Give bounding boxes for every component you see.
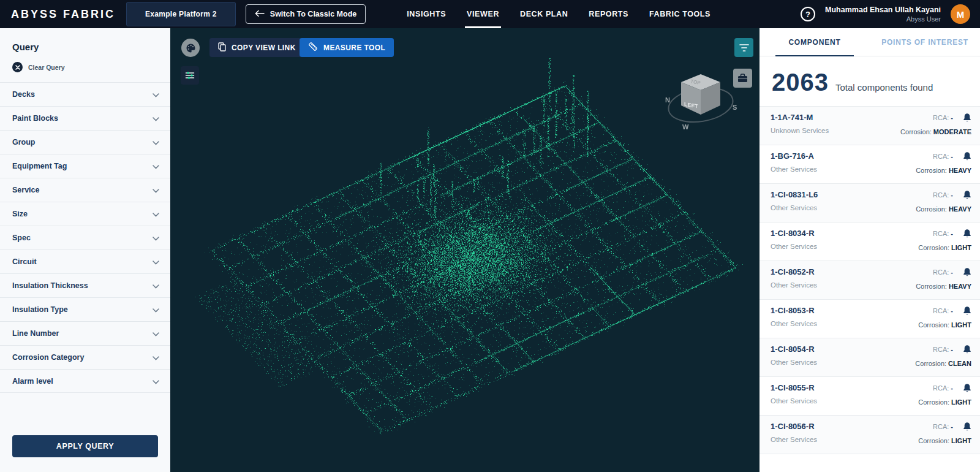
results-tab[interactable]: POINTS OF INTEREST bbox=[870, 28, 980, 56]
chevron-down-icon bbox=[153, 304, 159, 315]
nav-item[interactable]: FABRIC TOOLS bbox=[639, 0, 721, 28]
filter-results-button[interactable] bbox=[734, 38, 753, 57]
filter-label: Paint Blocks bbox=[12, 114, 58, 123]
filter-accordion-item[interactable]: Paint Blocks bbox=[0, 106, 170, 130]
filter-list: Decks Paint Blocks Group Equipment Tag S… bbox=[0, 82, 170, 393]
component-list: 1-1A-741-M Unknown Services RCA:- Corros… bbox=[760, 106, 980, 472]
filter-accordion-item[interactable]: Circuit bbox=[0, 249, 170, 273]
component-rca-line: RCA:- bbox=[933, 229, 971, 238]
alarm-bell-icon[interactable] bbox=[963, 151, 971, 161]
filter-accordion-item[interactable]: Alarm level bbox=[0, 369, 170, 393]
component-service: Other Services bbox=[771, 320, 817, 327]
component-info: 1-1A-741-M Unknown Services bbox=[771, 113, 829, 145]
results-tab[interactable]: COMPONENT bbox=[760, 28, 870, 56]
filter-accordion-item[interactable]: Service bbox=[0, 178, 170, 202]
back-arrow-icon bbox=[255, 10, 265, 19]
chevron-down-icon bbox=[153, 137, 159, 148]
nav-item[interactable]: VIEWER bbox=[456, 0, 510, 28]
help-icon[interactable]: ? bbox=[801, 7, 815, 21]
copy-view-link-button[interactable]: COPY VIEW LINK bbox=[209, 38, 304, 57]
copy-view-link-label: COPY VIEW LINK bbox=[232, 44, 296, 52]
filter-accordion-item[interactable]: Spec bbox=[0, 226, 170, 249]
alarm-bell-icon[interactable] bbox=[963, 267, 971, 277]
component-meta: RCA:- Corrosion:LIGHT bbox=[918, 306, 971, 338]
component-rca-line: RCA:- bbox=[933, 344, 971, 354]
filter-accordion-item[interactable]: Insulation Type bbox=[0, 297, 170, 321]
component-row[interactable]: 1-1A-741-M Unknown Services RCA:- Corros… bbox=[760, 107, 980, 145]
avatar[interactable]: M bbox=[951, 4, 970, 24]
component-corrosion: Corrosion:LIGHT bbox=[918, 398, 971, 406]
component-rca-line: RCA:- bbox=[933, 151, 971, 161]
component-corrosion: Corrosion:LIGHT bbox=[918, 321, 971, 329]
component-rca: RCA:- bbox=[933, 346, 953, 353]
app-logo: ABYSS FABRIC bbox=[0, 8, 126, 21]
measure-tool-button[interactable]: MEASURE TOOL bbox=[300, 38, 394, 57]
filter-accordion-item[interactable]: Equipment Tag bbox=[0, 154, 170, 178]
alarm-bell-icon[interactable] bbox=[963, 306, 971, 316]
nav-item[interactable]: REPORTS bbox=[578, 0, 639, 28]
filter-label: Insulation Thickness bbox=[12, 281, 88, 290]
alarm-bell-icon[interactable] bbox=[963, 422, 971, 432]
filter-accordion-item[interactable]: Corrosion Category bbox=[0, 345, 170, 369]
component-corrosion: Corrosion:LIGHT bbox=[918, 244, 971, 251]
component-rca-line: RCA:- bbox=[933, 190, 971, 200]
component-corrosion: Corrosion:HEAVY bbox=[916, 205, 971, 213]
display-settings-button[interactable] bbox=[181, 66, 199, 85]
component-row[interactable]: 1-BG-716-A Other Services RCA:- Corrosio… bbox=[760, 145, 980, 184]
component-info: 1-CI-8052-R Other Services bbox=[771, 267, 817, 299]
component-service: Other Services bbox=[771, 243, 817, 250]
alarm-bell-icon[interactable] bbox=[963, 344, 971, 354]
component-row[interactable]: 1-CI-8056-R Other Services RCA:- Corrosi… bbox=[760, 416, 980, 454]
component-info: 1-CI-0831-L6 Other Services bbox=[771, 190, 818, 222]
chevron-down-icon bbox=[153, 161, 159, 172]
clear-query-button[interactable]: Clear Query bbox=[0, 62, 170, 82]
component-rca: RCA:- bbox=[933, 191, 953, 199]
platform-selector-button[interactable]: Example Platform 2 bbox=[126, 2, 236, 26]
apply-query-button[interactable]: APPLY QUERY bbox=[12, 435, 158, 457]
component-row[interactable]: 1-CI-8055-R Other Services RCA:- Corrosi… bbox=[760, 377, 980, 416]
filter-accordion-item[interactable]: Size bbox=[0, 202, 170, 226]
compass-w-label: W bbox=[682, 123, 689, 131]
component-meta: RCA:- Corrosion:LIGHT bbox=[918, 383, 971, 415]
component-row[interactable]: 1-CI-8052-R Other Services RCA:- Corrosi… bbox=[760, 261, 980, 300]
filter-label: Spec bbox=[12, 234, 31, 242]
component-id: 1-CI-8034-R bbox=[771, 229, 817, 238]
header-right: ? Muhammad Ehsan Ullah Kayani Abyss User… bbox=[801, 4, 980, 24]
component-rca: RCA:- bbox=[933, 423, 953, 430]
filter-label: Corrosion Category bbox=[12, 353, 84, 362]
copy-icon bbox=[218, 42, 226, 53]
alarm-bell-icon[interactable] bbox=[963, 383, 971, 393]
filter-accordion-item[interactable]: Group bbox=[0, 130, 170, 154]
nav-item[interactable]: INSIGHTS bbox=[396, 0, 456, 28]
component-service: Other Services bbox=[771, 397, 817, 405]
component-row[interactable]: 1-CI-8053-R Other Services RCA:- Corrosi… bbox=[760, 300, 980, 338]
chevron-down-icon bbox=[153, 352, 159, 363]
component-row[interactable]: 1-CI-8054-R Other Services RCA:- Corrosi… bbox=[760, 338, 980, 377]
top-navbar: ABYSS FABRIC Example Platform 2 Switch T… bbox=[0, 0, 980, 28]
clear-query-label: Clear Query bbox=[28, 64, 65, 71]
component-corrosion: Corrosion:MODERATE bbox=[900, 128, 971, 135]
filter-accordion-item[interactable]: Decks bbox=[0, 82, 170, 106]
alarm-bell-icon[interactable] bbox=[963, 113, 971, 123]
filter-label: Insulation Type bbox=[12, 305, 68, 314]
results-tab-label: COMPONENT bbox=[788, 38, 840, 47]
chevron-down-icon bbox=[153, 185, 159, 196]
component-service: Other Services bbox=[771, 359, 817, 366]
filter-label: Group bbox=[12, 138, 36, 147]
chevron-down-icon bbox=[153, 376, 159, 387]
nav-item[interactable]: DECK PLAN bbox=[510, 0, 578, 28]
alarm-bell-icon[interactable] bbox=[963, 229, 971, 238]
switch-classic-mode-button[interactable]: Switch To Classic Mode bbox=[246, 4, 366, 24]
palette-button[interactable] bbox=[181, 39, 200, 57]
measure-tool-label: MEASURE TOOL bbox=[323, 44, 385, 52]
filter-accordion-item[interactable]: Insulation Thickness bbox=[0, 273, 170, 297]
alarm-bell-icon[interactable] bbox=[963, 190, 971, 200]
navigation-cube[interactable]: N W S TOP LEFT bbox=[660, 62, 741, 143]
component-row[interactable]: 1-CI-8034-R Other Services RCA:- Corrosi… bbox=[760, 223, 980, 261]
component-corrosion: Corrosion:HEAVY bbox=[916, 283, 971, 290]
component-meta: RCA:- Corrosion:CLEAN bbox=[915, 344, 971, 376]
chevron-down-icon bbox=[153, 328, 159, 339]
filter-accordion-item[interactable]: Line Number bbox=[0, 321, 170, 345]
component-row[interactable]: 1-CI-0831-L6 Other Services RCA:- Corros… bbox=[760, 184, 980, 223]
filter-label: Alarm level bbox=[12, 377, 53, 386]
